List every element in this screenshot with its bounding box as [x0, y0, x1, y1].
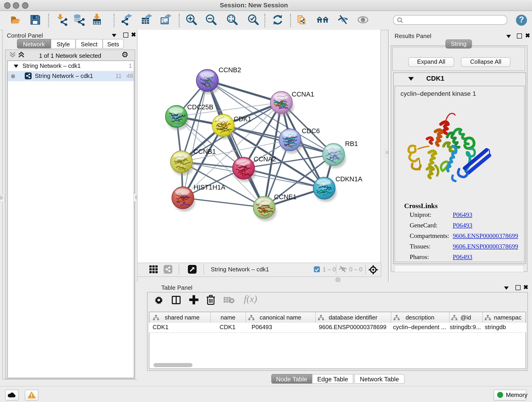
svg-text:CDKN1A: CDKN1A: [336, 175, 362, 183]
svg-text:CCNE1: CCNE1: [274, 193, 297, 201]
svg-text:CDC25B: CDC25B: [187, 103, 213, 111]
svg-text:CCNA2: CCNA2: [254, 155, 276, 163]
svg-text:CDK1: CDK1: [234, 115, 251, 123]
svg-text:RB1: RB1: [345, 140, 358, 147]
svg-text:HIST1H1A: HIST1H1A: [194, 184, 225, 191]
svg-text:CCNB1: CCNB1: [193, 148, 216, 155]
svg-text:CDC6: CDC6: [302, 127, 320, 134]
svg-text:CCNB2: CCNB2: [219, 66, 241, 74]
svg-text:CCNA1: CCNA1: [292, 90, 314, 98]
